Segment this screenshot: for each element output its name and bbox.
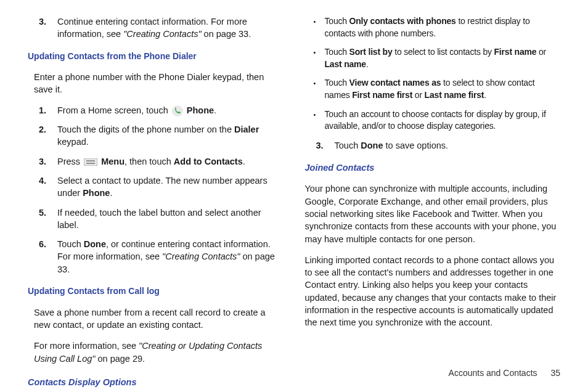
menu-icon: [84, 158, 97, 166]
bold-label: First name: [494, 47, 537, 57]
text: From a Home screen, touch: [57, 105, 171, 115]
svg-rect-1: [84, 158, 97, 166]
bullet-dot: •: [314, 108, 325, 133]
text: .: [214, 105, 216, 115]
text: .: [110, 188, 112, 198]
step-body: Press Menu, then touch Add to Contacts.: [56, 155, 284, 168]
heading-contacts-display-options: Contacts Display Options: [28, 376, 284, 388]
step-body: If needed, touch the label button and se…: [56, 206, 284, 232]
text: .: [243, 157, 245, 166]
bold-label: Only contacts with phones: [349, 16, 456, 26]
step-number: 5.: [39, 206, 56, 232]
paragraph: Your phone can synchronize with multiple…: [305, 182, 561, 245]
heading-updating-from-dialer: Updating Contacts from the Phone Dialer: [28, 51, 284, 63]
text: on page 29.: [95, 354, 145, 364]
svg-point-0: [172, 105, 183, 116]
bold-label: Done: [361, 141, 383, 150]
text: or: [536, 47, 546, 57]
bold-label: Dialer: [234, 125, 259, 134]
step-1: 1. From a Home screen, touch Phone.: [28, 104, 284, 116]
footer-page-number: 35: [550, 368, 560, 378]
paragraph: Save a phone number from a recent call r…: [34, 306, 284, 332]
left-column: 3. Continue entering contact information…: [28, 14, 284, 356]
bold-label: First name first: [352, 90, 412, 100]
step-number: 4.: [39, 174, 56, 200]
bullet-item: • Touch an account to choose contacts fo…: [305, 108, 561, 133]
bold-label: Add to Contacts: [174, 157, 243, 166]
heading-updating-from-call-log: Updating Contacts from Call log: [28, 285, 284, 298]
step-body: Continue entering contact information. F…: [56, 15, 284, 41]
text: Press: [57, 157, 83, 166]
step-number: 3.: [39, 155, 56, 168]
step-6: 6. Touch Done, or continue entering cont…: [28, 238, 284, 276]
text: Touch: [325, 78, 349, 88]
text: Touch: [325, 47, 349, 57]
text: For more information, see: [34, 341, 139, 351]
step-2: 2. Touch the digits of the phone number …: [28, 123, 284, 149]
text: or: [412, 90, 424, 100]
text: keypad.: [57, 137, 89, 147]
step-body: Touch Done, or continue entering contact…: [56, 238, 284, 276]
bold-label: View contact names as: [349, 78, 441, 88]
phone-icon: [172, 105, 183, 116]
text: .: [366, 59, 369, 69]
heading-joined-contacts: Joined Contacts: [305, 161, 561, 174]
bullet-dot: •: [314, 77, 325, 101]
step-number: 6.: [39, 238, 56, 276]
bold-label: Menu: [101, 157, 125, 166]
step-4: 4. Select a contact to update. The new n…: [28, 174, 284, 200]
reference-italic: "Creating Contacts": [123, 29, 201, 39]
step-body: Select a contact to update. The new numb…: [56, 174, 284, 200]
two-column-layout: 3. Continue entering contact information…: [28, 14, 560, 356]
step-number: 2.: [39, 123, 56, 149]
bold-label: Last name first: [425, 90, 484, 100]
reference-italic: "Creating Contacts": [162, 251, 240, 261]
paragraph: For more information, see "Creating or U…: [34, 340, 284, 365]
bold-label: Done: [84, 239, 106, 249]
paragraph: Linking imported contact records to a ph…: [305, 254, 561, 329]
footer-section-title: Accounts and Contacts: [449, 368, 537, 378]
text: to save options.: [383, 141, 448, 150]
step-body: From a Home screen, touch Phone.: [56, 104, 284, 116]
bullet-body: Touch Sort list by to select to list con…: [325, 46, 561, 70]
intro-paragraph: Enter a phone number with the Phone Dial…: [34, 71, 284, 96]
bullet-body: Touch Only contacts with phones to restr…: [325, 15, 561, 39]
bold-label: Phone: [83, 188, 110, 198]
step-body: Touch Done to save options.: [333, 139, 561, 152]
page-footer: Accounts and Contacts 35: [449, 367, 560, 380]
step-number: 3.: [316, 139, 333, 152]
bullet-dot: •: [314, 15, 325, 39]
bold-label: Sort list by: [349, 47, 393, 57]
bullet-body: Touch View contact names as to select to…: [325, 77, 561, 101]
right-column: • Touch Only contacts with phones to res…: [305, 14, 561, 356]
text: Touch: [57, 239, 84, 249]
text: .: [484, 90, 486, 100]
text: to select to list contacts by: [393, 47, 494, 57]
text: Touch the digits of the phone number on …: [57, 125, 234, 134]
step-5: 5. If needed, touch the label button and…: [28, 206, 284, 232]
bullet-body: Touch an account to choose contacts for …: [325, 108, 561, 133]
step-3: 3. Press Menu, then touch Add to Contact…: [28, 155, 284, 168]
bold-label: Last name: [325, 59, 366, 69]
bullet-item: • Touch Only contacts with phones to res…: [305, 15, 561, 39]
text: on page 33.: [202, 29, 251, 39]
step-number: 3.: [39, 15, 56, 41]
step-number: 1.: [39, 104, 56, 116]
step-3-right: 3. Touch Done to save options.: [305, 139, 561, 152]
text: , then touch: [125, 157, 174, 166]
bullet-item: • Touch View contact names as to select …: [305, 77, 561, 101]
text: Touch: [335, 141, 361, 150]
continued-step-3: 3. Continue entering contact information…: [28, 15, 284, 41]
text: Touch: [325, 16, 349, 26]
step-body: Touch the digits of the phone number on …: [56, 123, 284, 149]
bullet-item: • Touch Sort list by to select to list c…: [305, 46, 561, 70]
bullet-dot: •: [314, 46, 325, 70]
bold-label: Phone: [187, 105, 214, 115]
